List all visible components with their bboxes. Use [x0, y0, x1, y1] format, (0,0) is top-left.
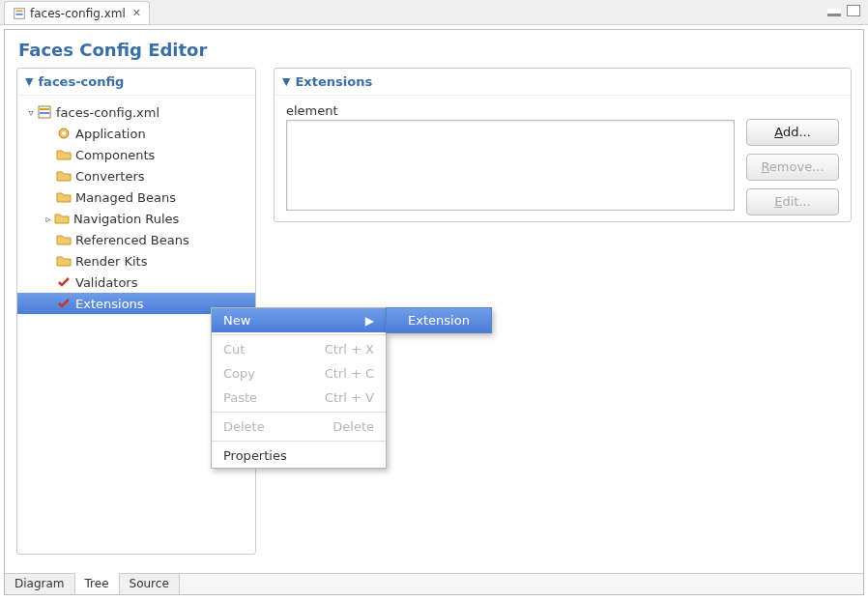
close-icon[interactable]: ✕ — [132, 7, 141, 19]
window-controls — [827, 5, 860, 16]
element-label: element — [286, 103, 735, 118]
tree-panel-header[interactable]: ▼ faces-config — [17, 69, 255, 96]
tree-item-label: Application — [75, 127, 146, 141]
folder-icon — [56, 168, 72, 184]
tab-tree[interactable]: Tree — [75, 573, 120, 594]
editor-tabs: Diagram Tree Source — [5, 573, 863, 594]
tree-item-label: Managed Beans — [75, 190, 176, 205]
ctx-new[interactable]: New ▶ — [212, 308, 386, 332]
folder-icon — [56, 189, 72, 205]
ctx-separator — [212, 334, 386, 335]
tree-item-label: Referenced Beans — [75, 233, 189, 247]
minimize-icon[interactable] — [827, 9, 841, 16]
folder-icon — [56, 147, 72, 162]
editor-title: Faces Config Editor — [5, 30, 863, 68]
svg-rect-2 — [16, 14, 23, 15]
check-icon — [56, 296, 72, 311]
tree-item-label: Extensions — [75, 297, 144, 311]
tree: ▿ faces-config.xml Application Component… — [17, 96, 255, 320]
ctx-delete[interactable]: Delete Delete — [212, 415, 386, 439]
tab-bar: faces-config.xml ✕ — [0, 0, 868, 25]
tree-item-managed-beans[interactable]: Managed Beans — [17, 186, 255, 208]
caret-closed-icon: ▹ — [43, 214, 54, 224]
folder-icon — [56, 232, 72, 247]
file-tab-label: faces-config.xml — [30, 7, 126, 20]
file-icon — [13, 7, 26, 20]
tree-item-navigation-rules[interactable]: ▹ Navigation Rules — [17, 208, 255, 229]
extensions-panel-title: Extensions — [295, 74, 372, 89]
ctx-separator — [212, 412, 386, 413]
svg-rect-4 — [40, 108, 49, 110]
tree-item-converters[interactable]: Converters — [17, 165, 255, 186]
svg-rect-5 — [40, 112, 49, 114]
tree-item-components[interactable]: Components — [17, 144, 255, 165]
folder-icon — [54, 211, 70, 226]
tree-root[interactable]: ▿ faces-config.xml — [17, 101, 255, 123]
extensions-panel-header[interactable]: ▼ Extensions — [275, 69, 851, 96]
remove-button[interactable]: Remove... — [746, 154, 839, 181]
ctx-copy[interactable]: Copy Ctrl + C — [212, 361, 386, 386]
ctx-properties[interactable]: Properties — [212, 444, 386, 468]
tree-root-label: faces-config.xml — [56, 105, 159, 120]
check-icon — [56, 274, 72, 290]
xml-file-icon — [37, 104, 52, 120]
extensions-body: element Add... Remove... Edit... — [275, 96, 851, 227]
svg-point-7 — [62, 131, 66, 135]
twisty-down-icon: ▼ — [282, 75, 290, 88]
folder-icon — [56, 253, 72, 269]
file-tab[interactable]: faces-config.xml ✕ — [4, 1, 150, 24]
tree-panel-title: faces-config — [38, 74, 124, 89]
ctx-new-label: New — [223, 313, 250, 328]
tree-item-referenced-beans[interactable]: Referenced Beans — [17, 229, 255, 250]
edit-button[interactable]: Edit... — [746, 188, 839, 215]
ctx-separator — [212, 441, 386, 442]
tab-diagram[interactable]: Diagram — [5, 574, 75, 594]
tree-item-label: Components — [75, 148, 155, 162]
context-menu: New ▶ Cut Ctrl + X Copy Ctrl + C Paste C… — [211, 307, 387, 469]
tree-item-application[interactable]: Application — [17, 123, 255, 144]
twisty-down-icon: ▼ — [25, 75, 33, 88]
tree-item-validators[interactable]: Validators — [17, 272, 255, 293]
submenu-extension[interactable]: Extension — [387, 308, 491, 332]
tab-source[interactable]: Source — [120, 574, 180, 594]
submenu-arrow-icon: ▶ — [365, 314, 374, 328]
tree-item-label: Converters — [75, 169, 145, 184]
submenu-new: Extension — [386, 307, 492, 333]
tree-item-label: Validators — [75, 275, 137, 290]
tree-item-render-kits[interactable]: Render Kits — [17, 250, 255, 272]
gear-icon — [56, 126, 72, 141]
extensions-panel: ▼ Extensions element Add... Remove... Ed… — [274, 68, 852, 222]
ctx-paste[interactable]: Paste Ctrl + V — [212, 386, 386, 410]
caret-open-icon: ▿ — [25, 107, 37, 118]
tree-item-label: Render Kits — [75, 254, 147, 269]
tree-item-label: Navigation Rules — [73, 212, 179, 226]
add-button[interactable]: Add... — [746, 119, 839, 146]
element-listbox[interactable] — [286, 120, 735, 211]
maximize-icon[interactable] — [847, 5, 860, 16]
svg-rect-1 — [16, 10, 23, 12]
ctx-cut[interactable]: Cut Ctrl + X — [212, 337, 386, 361]
